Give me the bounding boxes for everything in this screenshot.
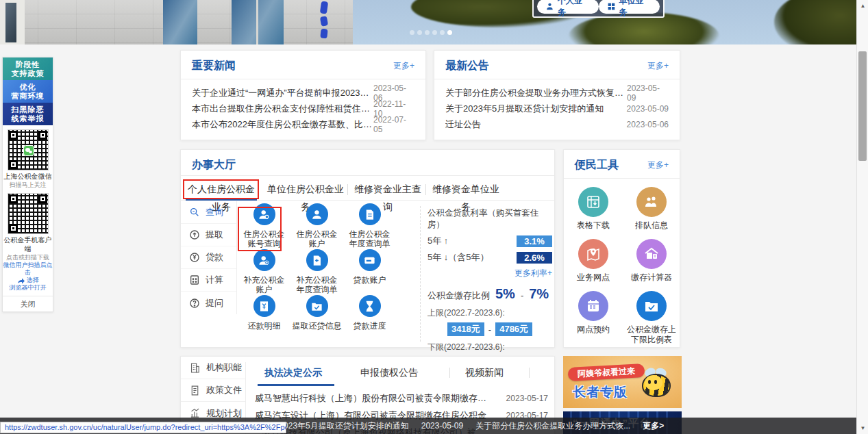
grid-item-account-number-query[interactable]: 住房公积金账号查询	[238, 203, 290, 248]
news-item-title: 本市公布2022年度住房公积金缴存基数、比例和月缴...	[192, 118, 373, 131]
tab-video-news[interactable]: 视频新闻	[465, 365, 513, 383]
person-icon	[545, 2, 554, 11]
tools-title: 便民工具	[575, 158, 619, 173]
search-icon	[189, 207, 200, 218]
sidebar-close-button[interactable]: 关闭	[3, 296, 53, 311]
scroll-up-arrow[interactable]: ▲	[857, 0, 868, 12]
carousel-dot-active[interactable]	[447, 30, 452, 35]
tab-unit-fund[interactable]: 单位住房公积金业务	[267, 180, 344, 201]
grid-item-loan-account[interactable]: 贷款账户	[343, 249, 396, 285]
personal-business-label: 个人业务	[558, 0, 591, 18]
grid-label: 住房公积金	[297, 229, 338, 239]
table-download-icon	[585, 194, 602, 210]
deposit-ratio-low: 5%	[495, 286, 515, 302]
dash: -	[488, 324, 491, 335]
select-label: 选择	[27, 277, 39, 284]
announcement-item[interactable]: 关于2023年5月提取还贷计划安排的通知 2023-05-09	[445, 101, 669, 116]
tool-limit-table[interactable]: 公积金缴存上下限比例表	[624, 291, 679, 345]
grid-label: 补充公积金	[297, 275, 338, 285]
grid-item-loan-progress[interactable]: 贷款进度	[343, 295, 396, 331]
announcement-item[interactable]: 关于部分住房公积金提取业务办理方式恢复的提示 2023-05-09	[445, 85, 669, 101]
divider	[420, 206, 421, 342]
scrollbar-thumb[interactable]	[858, 51, 867, 161]
tab-enforcement-decisions[interactable]: 执法决定公示	[264, 365, 330, 383]
personal-business-button[interactable]: 个人业务	[537, 0, 599, 14]
tool-label: 网点预约	[566, 324, 621, 335]
tool-deposit-calculator[interactable]: 缴存计算器	[624, 239, 679, 283]
announcements-more-link[interactable]: 更多+	[647, 60, 669, 72]
menu-item-query[interactable]: 查询	[181, 201, 236, 224]
wechat-qr-subcaption: 扫描马上关注	[3, 181, 53, 189]
app-qr-caption: 公积金手机客户端	[3, 235, 53, 253]
unit-business-button[interactable]: 单位业务	[599, 0, 660, 14]
grid-item-fund-account[interactable]: 住房公积金账户	[290, 203, 343, 248]
menu-label: 计算	[206, 274, 223, 286]
menu-item-calculate[interactable]: 计算	[181, 269, 236, 292]
carousel-dot[interactable]	[440, 30, 445, 35]
withdraw-arrow-icon	[189, 229, 200, 240]
news-title: 重要新闻	[192, 59, 236, 73]
carousel-dot[interactable]	[417, 30, 422, 35]
sidebar-banner-policy[interactable]: 阶段性 支持政策	[3, 58, 53, 80]
folder-check-icon	[643, 298, 660, 314]
news-item[interactable]: 本市公布2022年度住房公积金缴存基数、比例和月缴... 2022-07-05	[192, 116, 414, 132]
menu-label: 提取	[206, 229, 223, 241]
sidebar-banner-business-env[interactable]: 优化 营商环境	[3, 80, 53, 103]
grid-item-supplementary-account[interactable]: 补充公积金账户	[238, 249, 290, 294]
yen-circle-icon	[189, 252, 200, 263]
grid-item-withdraw-repay-info[interactable]: 提取还贷信息	[290, 295, 343, 331]
announcement-title: 关于部分住房公积金提取业务办理方式恢复的提示	[445, 87, 627, 99]
announcement-date: 2023-05-09	[627, 84, 669, 103]
more-rates-link[interactable]: 更多利率+	[427, 268, 552, 279]
banner-line: 营商环境	[12, 92, 45, 101]
hero-carousel-image: 个人业务 单位业务	[0, 0, 856, 44]
menu-item-policy-docs[interactable]: 政策文件	[181, 379, 245, 402]
tool-service-locations[interactable]: 业务网点	[566, 239, 621, 283]
tab-personal-fund[interactable]: 个人住房公积金业务	[186, 180, 257, 201]
hourglass-icon	[363, 300, 376, 313]
info-menu: 机构职能 政策文件 规划计划	[181, 357, 245, 424]
ticker-item[interactable]: 关于部分住房公积金提取业务办理方式恢...	[475, 420, 630, 432]
enforcement-item[interactable]: 威马智慧出行科技（上海）股份有限公司被责令限期缴存住房公积金 2023-05-1…	[255, 390, 548, 407]
ticker-more-link[interactable]: 更多>	[643, 420, 664, 432]
tool-form-download[interactable]: 表格下载	[566, 187, 621, 231]
tool-label: 排队信息	[624, 220, 679, 231]
loan-rate-title: 公积金贷款利率（购买首套住房）	[427, 207, 552, 231]
calendar-icon	[585, 298, 602, 314]
tools-more-link[interactable]: 更多+	[647, 159, 669, 171]
tab-creditor-announcements[interactable]: 申报债权公告	[360, 365, 425, 383]
grid-label: 补充公积金	[244, 275, 285, 285]
menu-item-loan[interactable]: 贷款	[181, 246, 236, 269]
grid-item-repayment-details[interactable]: 还款明细	[238, 295, 290, 331]
menu-item-org-functions[interactable]: 机构职能	[181, 357, 245, 379]
tab-repair-unit[interactable]: 维修资金单位业务	[432, 180, 500, 201]
tab-repair-owner-query[interactable]: 维修资金业主查询	[354, 180, 422, 201]
grid-label: 还款明细	[248, 321, 281, 331]
carousel-dot[interactable]	[410, 30, 414, 35]
upper-limit-low-badge: 3418元	[447, 322, 484, 336]
carousel-dot[interactable]	[425, 30, 430, 35]
status-url-tooltip: https://zwdtuser.sh.gov.cn/uc/naturalUse…	[0, 422, 286, 433]
menu-item-withdraw[interactable]: 提取	[181, 224, 236, 246]
announcement-item[interactable]: 迁址公告 2023-05-06	[445, 116, 669, 132]
grid-item-annual-statement[interactable]: 住房公积金年度查询单	[343, 203, 396, 248]
carousel-dots[interactable]	[410, 30, 452, 35]
org-building-icon	[189, 362, 201, 374]
menu-label: 贷款	[206, 251, 223, 264]
news-more-link[interactable]: 更多+	[393, 60, 414, 72]
lower-limit-label: 下限(2022.7-2023.6):	[427, 342, 552, 353]
tool-appointment[interactable]: 网点预约	[566, 291, 621, 335]
news-panel: 重要新闻 更多+ 关于企业通过“一网通办”平台提前申报2023年度住... 20…	[180, 50, 426, 140]
tool-queue-info[interactable]: 排队信息	[624, 187, 679, 231]
carousel-dot[interactable]	[432, 30, 437, 35]
senior-edition-banner[interactable]: 阿姨爷叔看过来 长者专版	[563, 356, 682, 408]
house-calculator-icon	[643, 246, 660, 262]
share-arrow-icon	[17, 277, 25, 284]
menu-item-ask[interactable]: 提问	[181, 292, 236, 314]
scroll-down-arrow[interactable]: ▼	[857, 422, 868, 434]
app-qr-subcaption: 点击或扫描下载	[3, 253, 53, 261]
vertical-scrollbar[interactable]: ▲ ▼	[856, 0, 868, 434]
grid-item-supplementary-statement[interactable]: 补充公积金年度查询单	[290, 249, 343, 294]
news-item-title: 关于企业通过“一网通办”平台提前申报2023年度住...	[192, 87, 373, 99]
sidebar-banner-report[interactable]: 扫黑除恶 线索举报	[3, 103, 53, 125]
